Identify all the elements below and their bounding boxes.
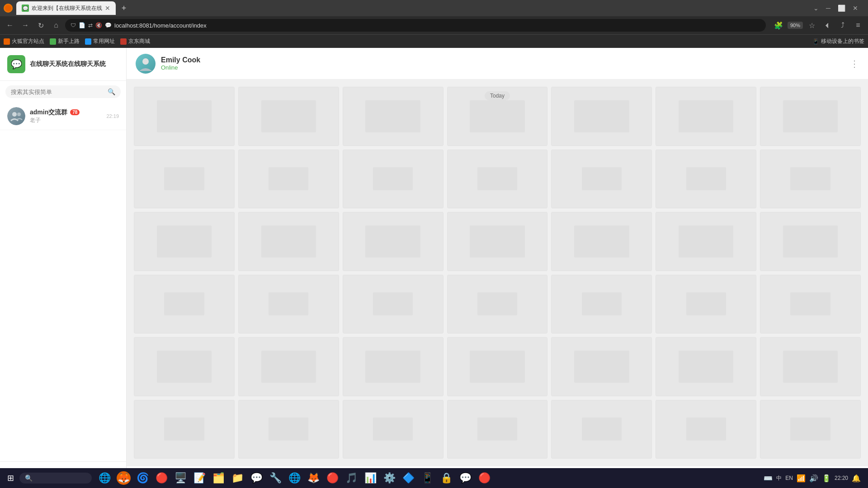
taskbar-apps: 🌐 🦊 🌀 🔴 🖥️ 📝 🗂️ 📁 💬 🔧 🌐 🦊 🔴 🎵 📊 ⚙️ 🔷 📱 🔒…: [95, 469, 493, 487]
taskbar-app-11[interactable]: 🦊: [304, 469, 322, 487]
contact-info: Emily Cook Online: [161, 56, 850, 71]
tab-title: 欢迎来到【在线聊天系统在线: [32, 5, 102, 12]
nav-right: 🧩 90% ☆ ⏴ ⤴ ≡: [772, 19, 864, 32]
header-menu-button[interactable]: ⋮: [850, 58, 859, 69]
active-tab[interactable]: 💬 欢迎来到【在线聊天系统在线 ✕: [16, 1, 116, 15]
home-button[interactable]: ⌂: [50, 19, 62, 32]
avatar: [7, 107, 25, 125]
unread-badge: 78: [70, 109, 80, 115]
bookmark-common[interactable]: 常用网址: [85, 38, 115, 45]
bookmark-favicon: [120, 38, 127, 45]
tray-battery-icon: 🔋: [822, 474, 831, 483]
menu-button[interactable]: ≡: [852, 19, 864, 32]
taskbar-app-6[interactable]: 🗂️: [209, 469, 227, 487]
bookmark-label: 京东商城: [128, 38, 150, 45]
taskbar-app-10[interactable]: 🌐: [285, 469, 303, 487]
taskbar-app-16[interactable]: 🔷: [399, 469, 417, 487]
group-avatar: [7, 107, 25, 125]
bookmark-label: 新手上路: [58, 38, 80, 45]
security-icon: 🛡: [71, 22, 76, 28]
taskbar-app-3[interactable]: 🔴: [152, 469, 170, 487]
clock-time: 22:20: [835, 475, 848, 481]
search-icon[interactable]: 🔍: [108, 88, 115, 95]
taskbar-app-18[interactable]: 🔒: [437, 469, 455, 487]
message-area[interactable]: Today: [127, 80, 868, 466]
taskbar-app-9[interactable]: 🔧: [266, 469, 284, 487]
taskbar: ⊞ 🔍 🌐 🦊 🌀 🔴 🖥️ 📝 🗂️ 📁 💬 🔧 🌐 🦊 🔴 🎵 📊 ⚙️ 🔷…: [0, 468, 868, 488]
history-button[interactable]: ⏴: [821, 19, 834, 32]
windows-logo-icon[interactable]: ⊞: [7, 473, 14, 483]
new-tab-button[interactable]: +: [118, 2, 130, 14]
share-button[interactable]: ⤴: [836, 19, 849, 32]
bookmark-label: 火狐官方站点: [12, 38, 44, 45]
background-pattern: [127, 80, 868, 466]
chat-preview: 老子: [30, 117, 102, 124]
sidebar: 💬 在线聊天系统在线聊天系统 🔍: [0, 48, 127, 488]
zoom-badge[interactable]: 90%: [788, 22, 803, 29]
taskbar-app-20[interactable]: 🔴: [475, 469, 493, 487]
browser-chrome: 💬 欢迎来到【在线聊天系统在线 ✕ + ⌄ ─ ⬜ ✕ ← → ↻ ⌂ 🛡 📄 …: [0, 0, 868, 48]
bookmark-mobile[interactable]: 📱 移动设备上的书签: [812, 38, 864, 45]
date-divider: Today: [136, 91, 859, 99]
taskbar-app-14[interactable]: 📊: [361, 469, 379, 487]
bookmark-newbie[interactable]: 新手上路: [50, 38, 80, 45]
svg-point-1: [17, 113, 21, 116]
reload-button[interactable]: ↻: [34, 19, 47, 32]
sidebar-header: 💬 在线聊天系统在线聊天系统: [0, 48, 126, 81]
maximize-button[interactable]: ⬜: [835, 4, 848, 13]
contact-status: Online: [161, 64, 850, 71]
window-close-button[interactable]: ✕: [850, 4, 861, 13]
bookmark-favicon: [50, 38, 56, 45]
search-input[interactable]: [11, 89, 105, 95]
taskbar-search[interactable]: 🔍: [19, 473, 92, 483]
chat-list: admin交流群 78 老子 22:19: [0, 103, 126, 461]
taskbar-app-19[interactable]: 💬: [456, 469, 474, 487]
taskbar-app-2[interactable]: 🌀: [133, 469, 151, 487]
taskbar-app-4[interactable]: 🖥️: [171, 469, 189, 487]
extensions-button[interactable]: 🧩: [772, 19, 785, 32]
taskbar-start: ⊞: [4, 473, 18, 483]
svg-point-2: [142, 58, 149, 65]
tray-sound-icon: 🔊: [809, 474, 818, 483]
contact-avatar: [136, 54, 156, 74]
taskbar-app-1[interactable]: 🦊: [114, 469, 132, 487]
comment-icon: 💬: [105, 22, 112, 28]
notification-icon[interactable]: 🔔: [852, 474, 861, 483]
taskbar-app-12[interactable]: 🔴: [323, 469, 341, 487]
chat-name: admin交流群 78: [30, 108, 102, 117]
url-text: localhost:8081/home/account/index: [114, 22, 760, 29]
tab-favicon: 💬: [22, 5, 29, 12]
nav-bar: ← → ↻ ⌂ 🛡 📄 ⇄ 🔇 💬 localhost:8081/home/ac…: [0, 16, 868, 34]
search-bar: 🔍: [5, 85, 121, 98]
bookmark-firefox[interactable]: 火狐官方站点: [4, 38, 44, 45]
taskbar-app-5[interactable]: 📝: [190, 469, 208, 487]
taskbar-app-ie[interactable]: 🌐: [95, 469, 113, 487]
address-bar[interactable]: 🛡 📄 ⇄ 🔇 💬 localhost:8081/home/account/in…: [65, 19, 766, 32]
taskbar-app-17[interactable]: 📱: [418, 469, 436, 487]
taskbar-search-icon: 🔍: [25, 474, 33, 482]
tray-network-icon: 📶: [797, 474, 806, 483]
contact-name: Emily Cook: [161, 56, 850, 64]
bookmark-label: 移动设备上的书签: [821, 38, 864, 45]
tray-input-icon: EN: [785, 475, 793, 481]
taskbar-app-7[interactable]: 📁: [228, 469, 246, 487]
bookmark-button[interactable]: ☆: [806, 19, 818, 32]
taskbar-app-13[interactable]: 🎵: [342, 469, 360, 487]
chat-time: 22:19: [106, 113, 119, 119]
tab-close-button[interactable]: ✕: [105, 5, 110, 12]
page-icon: 📄: [79, 22, 85, 28]
taskbar-app-15[interactable]: ⚙️: [380, 469, 398, 487]
date-badge: Today: [485, 91, 510, 100]
tab-list-button[interactable]: ⌄: [811, 4, 821, 13]
minimize-button[interactable]: ─: [823, 4, 833, 13]
chat-info: admin交流群 78 老子: [30, 108, 102, 124]
bookmark-favicon: [85, 38, 91, 45]
bookmark-jd[interactable]: 京东商城: [120, 38, 150, 45]
forward-button[interactable]: →: [19, 19, 32, 32]
taskbar-clock[interactable]: 22:20: [835, 475, 848, 481]
back-button[interactable]: ←: [4, 19, 16, 32]
taskbar-app-8[interactable]: 💬: [247, 469, 265, 487]
bookmark-favicon: [4, 38, 10, 45]
chat-item-admin[interactable]: admin交流群 78 老子 22:19: [0, 103, 126, 130]
firefox-icon: [4, 4, 13, 13]
